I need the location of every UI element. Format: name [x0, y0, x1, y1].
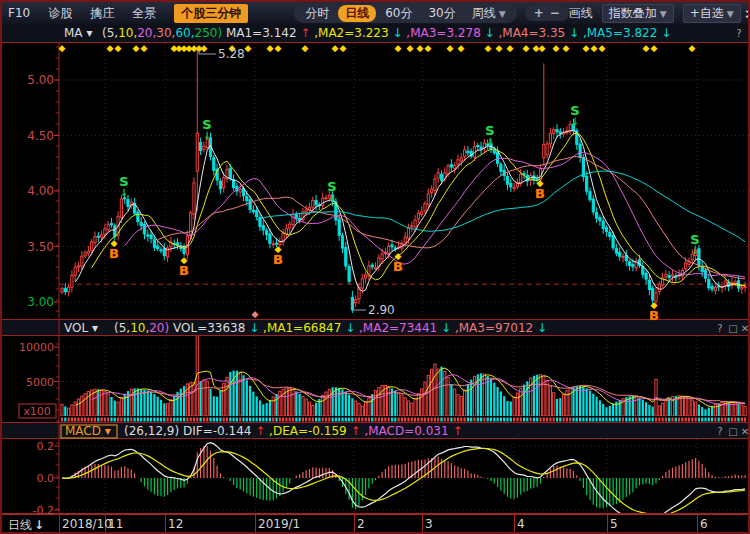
date-label: 5: [610, 517, 618, 531]
svg-text:◆: ◆: [302, 43, 309, 53]
pink-diamond-marker: ◆: [252, 309, 259, 319]
svg-text:↓: ↓: [120, 187, 128, 198]
svg-text:◆: ◆: [485, 43, 492, 53]
date-label: 3: [425, 517, 433, 531]
vol-pane-close-icon[interactable]: ✕: [741, 323, 749, 334]
diagnose-stock-button[interactable]: 诊股: [48, 5, 72, 22]
svg-text:◆: ◆: [407, 43, 414, 53]
zoom-out-button[interactable]: −: [550, 6, 560, 20]
zoom-pill: + −: [525, 5, 569, 21]
weekly-button[interactable]: 周线▼: [465, 5, 513, 22]
svg-text:◆: ◆: [599, 43, 606, 53]
axis-separator: [165, 515, 166, 534]
date-label: 4: [517, 517, 525, 531]
macd-pane-close-icon[interactable]: ✕: [741, 426, 749, 437]
svg-text:◆: ◆: [115, 43, 122, 53]
toolbar-left-group: F10诊股擒庄全景个股三分钟: [8, 4, 248, 23]
axis-separator: [607, 515, 608, 534]
svg-text:↓: ↓: [571, 116, 579, 127]
ma-values-line: (5,10,20,30,60,250) MA1=3.142 ↑ ,MA2=3.2…: [102, 26, 671, 40]
60min-button[interactable]: 60分: [378, 5, 419, 22]
stock-3min-button[interactable]: 个股三分钟: [174, 4, 248, 23]
date-label: 2: [357, 517, 365, 531]
axis-separator: [422, 515, 423, 534]
axis-separator: [59, 515, 60, 534]
main-pane-help-icon[interactable]: ?: [736, 28, 741, 39]
zoom-in-button[interactable]: +: [534, 6, 544, 20]
vol-pane-maximize-icon[interactable]: □: [728, 323, 737, 334]
ma-indicator-label[interactable]: MA ▾: [64, 26, 92, 40]
svg-text:◆: ◆: [563, 43, 570, 53]
buy-marker: B: [109, 246, 119, 261]
macd-axis-label: -0.2: [33, 504, 54, 514]
svg-text:◆: ◆: [425, 43, 432, 53]
price-axis-label: 3.00: [27, 295, 54, 309]
direction-strip: [61, 418, 746, 422]
buy-marker: B: [393, 259, 403, 274]
svg-text:◆: ◆: [539, 43, 546, 53]
chevron-down-icon: ▼: [727, 9, 734, 19]
svg-text:◆: ◆: [141, 43, 148, 53]
axis-separator: [255, 515, 256, 534]
svg-text:◆: ◆: [275, 43, 282, 53]
svg-text:◆: ◆: [591, 43, 598, 53]
svg-text:◆: ◆: [107, 43, 114, 53]
index-overlay-button[interactable]: 指数叠加▼: [602, 4, 674, 23]
panorama-button[interactable]: 全景: [132, 5, 156, 22]
macd-pane-maximize-icon[interactable]: □: [728, 426, 737, 437]
30min-button[interactable]: 30分: [421, 5, 462, 22]
collapse-panel-icon[interactable]: >|: [745, 6, 750, 21]
svg-text:◆: ◆: [340, 43, 347, 53]
macd-axis-label: 0.2: [37, 440, 55, 453]
volume-unit-label: x100: [23, 405, 51, 418]
svg-text:◆: ◆: [133, 43, 140, 53]
stock-chart-window: F10诊股擒庄全景个股三分钟 分时日线60分30分周线▼ + − 画线指数叠加▼…: [0, 0, 750, 534]
price-annotation: 2.90: [368, 303, 395, 317]
svg-text:↓: ↓: [203, 130, 211, 141]
price-axis-label: 5.00: [27, 73, 54, 87]
svg-text:↓: ↓: [486, 136, 494, 147]
catch-banker-button[interactable]: 擒庄: [90, 5, 114, 22]
daily-button[interactable]: 日线: [338, 5, 376, 22]
top-toolbar: F10诊股擒庄全景个股三分钟 分时日线60分30分周线▼ + − 画线指数叠加▼…: [2, 2, 748, 24]
draw-line-button[interactable]: 画线: [569, 5, 593, 22]
svg-text:◆: ◆: [689, 43, 696, 53]
volume-axis-label: 10000: [19, 341, 54, 354]
macd-values-line: (26,12,9) DIF=-0.144 ↑ ,DEA=-0.159 ↑ ,MA…: [124, 424, 462, 438]
svg-text:◆: ◆: [458, 43, 465, 53]
svg-text:◆: ◆: [245, 43, 252, 53]
time-axis-bar: 日线 ↓ 2018/1011122019/123456: [2, 514, 748, 534]
buy-marker: B: [649, 308, 659, 323]
macd-pane-help-icon[interactable]: ?: [717, 426, 722, 437]
svg-text:◆: ◆: [651, 43, 658, 53]
axis-separator: [354, 515, 355, 534]
period-mode-label[interactable]: 日线 ↓: [2, 515, 58, 534]
svg-text:◆: ◆: [583, 43, 590, 53]
buy-marker: B: [179, 263, 189, 278]
vol-pane-help-icon[interactable]: ?: [717, 323, 722, 334]
price-axis-label: 3.50: [27, 240, 54, 254]
vol-values-line: (5,10,20) VOL=33638 ↓ ,MA1=66847 ↓ ,MA2=…: [114, 321, 547, 335]
date-label: 6: [700, 517, 708, 531]
buy-marker: B: [535, 186, 545, 201]
svg-text:◆: ◆: [553, 43, 560, 53]
chevron-down-icon: ↓: [34, 518, 44, 532]
svg-text:◆: ◆: [643, 43, 650, 53]
candlestick-series: [61, 49, 746, 313]
date-label: 12: [168, 517, 183, 531]
macd-indicator-label[interactable]: MACD ▾: [65, 424, 111, 438]
period-mode-text: 日线: [8, 517, 32, 534]
period-button-group: 分时日线60分30分周线▼: [294, 4, 516, 23]
svg-text:◆: ◆: [59, 43, 66, 53]
f10-button[interactable]: F10: [8, 6, 30, 20]
date-label: 11: [108, 517, 123, 531]
chevron-down-icon: ▼: [499, 9, 506, 19]
intraday-button[interactable]: 分时: [298, 5, 336, 22]
volume-series: [61, 331, 746, 416]
vol-indicator-label[interactable]: VOL ▾: [64, 321, 98, 335]
add-watchlist-button[interactable]: +自选▼: [683, 4, 741, 23]
svg-text:↓: ↓: [328, 192, 336, 203]
svg-text:◆: ◆: [523, 43, 530, 53]
toolbar-right-group: 画线指数叠加▼+自选▼: [569, 4, 741, 23]
chart-area: ◆◆◆◆◆◆◆◆◆◆◆◆◆◆◆◆◆◆◆◆◆◆◆◆◆◆◆◆◆◆◆◆◆◆◆◆◆◆◆◆…: [2, 24, 750, 514]
